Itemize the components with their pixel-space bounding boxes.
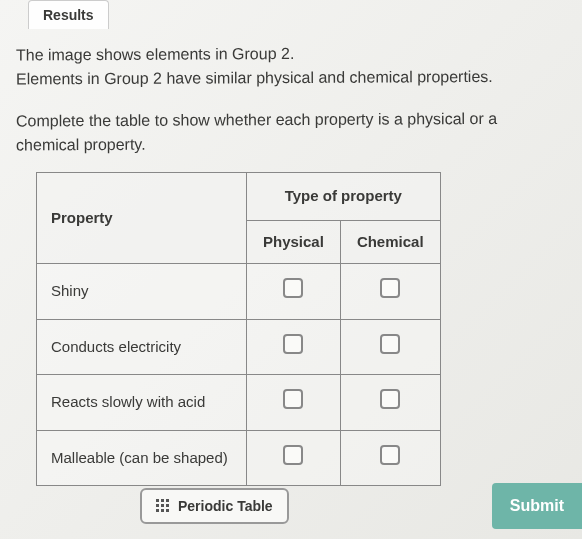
checkbox-physical-2[interactable] bbox=[283, 389, 303, 409]
properties-table: Property Type of property Physical Chemi… bbox=[36, 172, 441, 486]
bottom-bar: Periodic Table Submit bbox=[0, 483, 582, 529]
submit-button[interactable]: Submit bbox=[492, 483, 582, 529]
property-label: Conducts electricity bbox=[37, 319, 247, 375]
header-chemical: Chemical bbox=[340, 220, 440, 264]
svg-rect-6 bbox=[156, 509, 159, 512]
svg-rect-4 bbox=[161, 504, 164, 507]
instruction-line-3: Complete the table to show whether each … bbox=[16, 107, 562, 158]
svg-rect-2 bbox=[166, 499, 169, 502]
table-row: Reacts slowly with acid bbox=[37, 375, 441, 431]
table-row: Malleable (can be shaped) bbox=[37, 430, 441, 486]
question-content: The image shows elements in Group 2. Ele… bbox=[0, 0, 582, 486]
svg-rect-0 bbox=[156, 499, 159, 502]
checkbox-physical-0[interactable] bbox=[283, 278, 303, 298]
property-label: Reacts slowly with acid bbox=[37, 375, 247, 431]
svg-rect-8 bbox=[166, 509, 169, 512]
property-label: Shiny bbox=[37, 264, 247, 320]
checkbox-physical-3[interactable] bbox=[283, 445, 303, 465]
header-type: Type of property bbox=[247, 173, 441, 221]
checkbox-chemical-2[interactable] bbox=[380, 389, 400, 409]
checkbox-chemical-1[interactable] bbox=[380, 334, 400, 354]
checkbox-chemical-3[interactable] bbox=[380, 445, 400, 465]
svg-rect-1 bbox=[161, 499, 164, 502]
svg-rect-3 bbox=[156, 504, 159, 507]
checkbox-physical-1[interactable] bbox=[283, 334, 303, 354]
property-label: Malleable (can be shaped) bbox=[37, 430, 247, 486]
instruction-line-1: The image shows elements in Group 2. bbox=[16, 41, 562, 68]
header-property: Property bbox=[37, 173, 247, 264]
svg-rect-5 bbox=[166, 504, 169, 507]
instruction-line-2: Elements in Group 2 have similar physica… bbox=[16, 65, 562, 92]
svg-rect-7 bbox=[161, 509, 164, 512]
table-row: Conducts electricity bbox=[37, 319, 441, 375]
checkbox-chemical-0[interactable] bbox=[380, 278, 400, 298]
header-physical: Physical bbox=[247, 220, 341, 264]
submit-label: Submit bbox=[510, 497, 564, 514]
tab-results[interactable]: Results bbox=[28, 0, 109, 29]
periodic-table-button[interactable]: Periodic Table bbox=[140, 488, 289, 524]
table-row: Shiny bbox=[37, 264, 441, 320]
tab-label: Results bbox=[43, 7, 94, 23]
periodic-table-label: Periodic Table bbox=[178, 498, 273, 514]
grid-icon bbox=[156, 499, 170, 513]
